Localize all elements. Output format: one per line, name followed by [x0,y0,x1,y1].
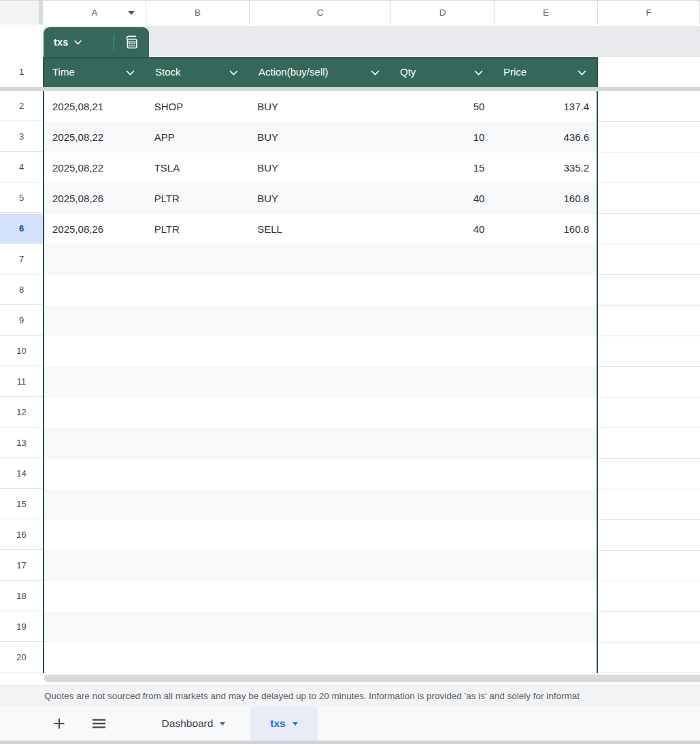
row-header-13[interactable]: 13 [0,428,43,458]
filter-chevron-icon[interactable] [474,70,483,76]
table-row: 2025,08,26PLTRBUY40160.8 [44,183,597,214]
row-header-11[interactable]: 11 [0,367,43,397]
row-header-12[interactable]: 12 [0,398,43,427]
row-header-16[interactable]: 16 [0,520,43,550]
frozen-row-divider [0,87,700,91]
column-header-e[interactable]: E [495,1,598,25]
cell-price[interactable]: 436.6 [493,122,597,152]
cell-qty[interactable]: 40 [390,214,494,244]
header-price-label: Price [503,66,527,78]
table-row-band [44,244,597,275]
table-row: 2025,08,26PLTRSELL40160.8 [44,214,597,244]
cell-price[interactable]: 160.8 [493,183,597,214]
row-header-19[interactable]: 19 [0,612,43,642]
row-header-6[interactable]: 6 [0,214,43,244]
select-all-corner[interactable] [0,1,39,25]
header-price[interactable]: Price [495,59,598,87]
header-stock-label: Stock [155,66,181,78]
cell-time[interactable]: 2025,08,22 [44,152,146,183]
row-header-4[interactable]: 4 [0,152,43,182]
cell-action[interactable]: BUY [249,152,390,183]
tab-txs[interactable]: txs [250,707,318,741]
spreadsheet-app: ABCDEF txs Time [0,0,700,744]
cell-time[interactable]: 2025,08,26 [44,214,146,244]
row-header-5[interactable]: 5 [0,183,43,213]
row-header-10[interactable]: 10 [0,336,43,366]
header-qty-label: Qty [400,66,416,78]
table-right-border [597,57,598,673]
header-time[interactable]: Time [44,59,146,87]
cell-stock[interactable]: PLTR [146,183,250,214]
tab-dropdown-icon[interactable] [220,722,225,726]
cell-action[interactable]: BUY [249,122,390,152]
row-header-1[interactable]: 1 [0,57,43,86]
tab-dashboard[interactable]: Dashboard [141,707,246,741]
cell-time[interactable]: 2025,08,21 [44,91,146,122]
filter-chevron-icon[interactable] [578,70,586,76]
corner-divider [39,1,43,25]
cell-time[interactable]: 2025,08,22 [44,122,146,152]
table-row: 2025,08,22TSLABUY15335.2 [44,152,597,183]
row-header-3[interactable]: 3 [0,122,43,152]
tab-dropdown-icon[interactable] [293,722,298,726]
cell-qty[interactable]: 40 [390,183,494,214]
row-header-17[interactable]: 17 [0,551,43,581]
filter-chevron-icon[interactable] [126,70,135,76]
table-row-band [44,367,597,398]
column-header-f[interactable]: F [598,1,700,25]
table-row-band [44,612,597,643]
table-options-button[interactable] [114,35,149,50]
column-f-gridlines [598,91,700,673]
column-a-dropdown-icon[interactable] [128,11,135,15]
cell-qty[interactable]: 50 [390,91,494,122]
header-action[interactable]: Action(buy/sell) [250,59,391,87]
row-header-20[interactable]: 20 [0,643,43,673]
row-header-18[interactable]: 18 [0,581,43,611]
cell-price[interactable]: 137.4 [493,91,597,122]
cell-action[interactable]: BUY [249,183,390,214]
row-header-7[interactable]: 7 [0,244,43,274]
column-header-b[interactable]: B [146,1,250,25]
cell-qty[interactable]: 10 [390,122,494,152]
all-sheets-button[interactable] [86,707,111,741]
header-stock[interactable]: Stock [146,59,250,87]
filter-chevron-icon[interactable] [229,70,238,76]
quotes-disclaimer: Quotes are not sourced from all markets … [0,685,700,707]
table-name-chip[interactable]: txs [44,27,149,57]
cell-time[interactable]: 2025,08,26 [44,183,146,214]
cell-action[interactable]: BUY [249,91,390,122]
plus-icon [52,717,66,730]
cell-price[interactable]: 160.8 [493,214,597,244]
sheet-tab-bar: Dashboard txs [0,707,700,741]
table-name-menu[interactable]: txs [44,37,114,48]
table-header-row: Time Stock Action(buy/sell) Qty Price [44,57,598,87]
row-header-8[interactable]: 8 [0,275,43,305]
horizontal-scrollbar[interactable] [44,675,700,682]
cell-action[interactable]: SELL [249,214,390,244]
column-header-row: ABCDEF [0,0,700,25]
table-row-band [44,489,597,520]
table-name-label: txs [54,37,69,48]
cell-stock[interactable]: PLTR [146,214,250,244]
row-header-14[interactable]: 14 [0,459,43,489]
add-sheet-button[interactable] [47,707,71,741]
table-icon [123,35,140,50]
cell-stock[interactable]: TSLA [146,152,250,183]
column-header-d[interactable]: D [391,1,495,25]
bottom-edge [0,741,700,744]
filter-chevron-icon[interactable] [371,70,380,76]
cell-stock[interactable]: APP [146,122,250,152]
cell-qty[interactable]: 15 [390,152,494,183]
row-header-15[interactable]: 15 [0,489,43,519]
row-header-2[interactable]: 2 [0,91,43,121]
header-time-label: Time [52,66,75,78]
cell-price[interactable]: 335.2 [493,152,597,183]
column-header-c[interactable]: C [250,1,391,25]
table-row: 2025,08,22APPBUY10436.6 [44,122,597,152]
table-row-band [44,306,597,336]
tab-txs-label: txs [270,717,285,730]
menu-icon [92,718,106,729]
header-qty[interactable]: Qty [391,59,495,87]
cell-stock[interactable]: SHOP [146,91,250,122]
row-header-9[interactable]: 9 [0,306,43,336]
